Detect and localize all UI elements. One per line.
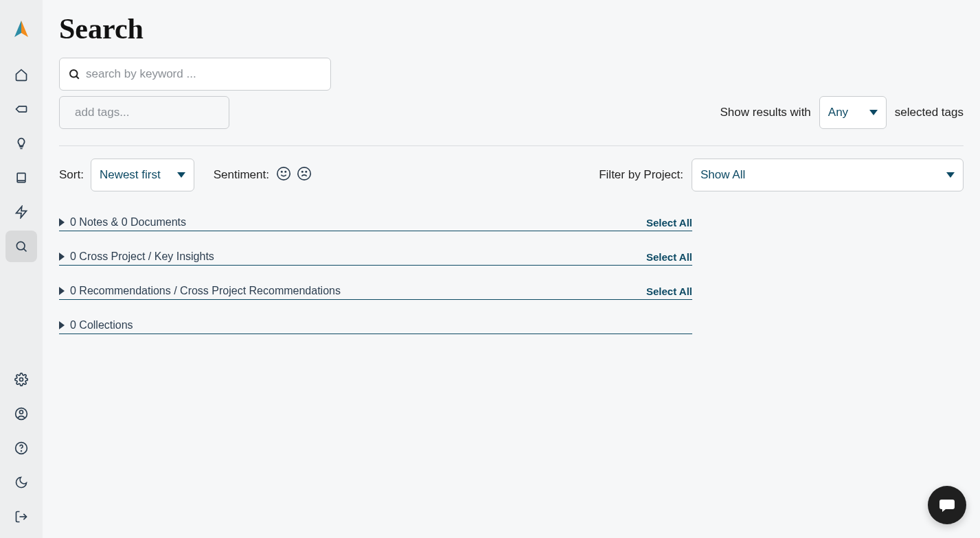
svg-point-13 [70, 70, 78, 78]
user-icon [14, 407, 28, 421]
nav-theme[interactable] [5, 467, 37, 498]
svg-point-18 [281, 171, 282, 172]
nav-insight[interactable] [5, 128, 37, 159]
svg-point-20 [298, 167, 310, 179]
select-all-button[interactable]: Select All [646, 285, 692, 297]
chat-launcher-button[interactable] [928, 486, 966, 524]
section-notes-documents[interactable]: 0 Notes & 0 Documents Select All [59, 216, 692, 231]
results-mode-value: Any [828, 106, 848, 119]
gear-icon [14, 373, 28, 386]
search-keyword-box[interactable] [59, 58, 331, 91]
svg-marker-27 [59, 321, 65, 329]
section-title: 0 Recommendations / Cross Project Recomm… [70, 285, 341, 297]
project-filter-select[interactable]: Show All [692, 159, 964, 191]
sentiment-group: Sentiment: [214, 166, 312, 185]
svg-line-14 [76, 76, 79, 79]
sort-group: Sort: Newest first [59, 159, 194, 191]
tags-box[interactable] [59, 96, 229, 129]
search-keyword-input[interactable] [86, 67, 322, 81]
chevron-down-icon [946, 172, 955, 178]
project-filter-label: Filter by Project: [599, 168, 683, 182]
sort-label: Sort: [59, 168, 84, 182]
page-title: Search [59, 12, 964, 45]
chevron-right-icon [59, 287, 65, 295]
chevron-right-icon [59, 321, 65, 329]
svg-point-21 [301, 171, 302, 172]
main-content: Search Show results with Any selected [43, 0, 980, 538]
results-filter-prefix: Show results with [720, 106, 811, 119]
nav-help[interactable] [5, 432, 37, 464]
chevron-down-icon [869, 110, 878, 115]
chevron-down-icon [177, 172, 185, 178]
sort-select[interactable]: Newest first [91, 159, 194, 191]
svg-marker-24 [59, 218, 65, 226]
divider [59, 145, 964, 146]
nav-home[interactable] [5, 59, 37, 91]
svg-line-6 [23, 248, 26, 251]
book-icon [14, 171, 28, 185]
logout-icon [14, 510, 28, 524]
nav-search[interactable] [5, 231, 37, 262]
tag-icon [14, 102, 28, 116]
home-icon [14, 68, 28, 82]
svg-point-17 [277, 167, 290, 179]
sort-value: Newest first [100, 168, 161, 182]
search-icon [68, 68, 80, 80]
chevron-right-icon [59, 218, 65, 226]
bolt-icon [14, 205, 28, 219]
svg-marker-15 [869, 110, 878, 115]
help-icon [14, 441, 28, 455]
sentiment-label: Sentiment: [214, 168, 269, 182]
svg-marker-4 [16, 207, 27, 218]
results-filter-suffix: selected tags [895, 106, 964, 119]
svg-marker-1 [14, 21, 21, 37]
section-title: 0 Collections [70, 319, 133, 331]
svg-point-9 [20, 410, 23, 414]
section-title: 0 Cross Project / Key Insights [70, 250, 214, 263]
sidebar [0, 0, 43, 538]
chevron-right-icon [59, 253, 65, 261]
project-filter-group: Filter by Project: Show All [599, 159, 964, 191]
search-icon [14, 239, 28, 253]
result-sections: 0 Notes & 0 Documents Select All 0 Cross… [59, 216, 692, 334]
nav-settings[interactable] [5, 364, 37, 395]
svg-marker-25 [59, 253, 65, 261]
svg-point-5 [16, 242, 25, 250]
nav-logout[interactable] [5, 501, 37, 533]
svg-marker-16 [177, 172, 185, 178]
section-recommendations[interactable]: 0 Recommendations / Cross Project Recomm… [59, 285, 692, 300]
sentiment-negative-button[interactable] [297, 166, 312, 185]
select-all-button[interactable]: Select All [646, 251, 692, 263]
chat-icon [937, 495, 957, 515]
lightbulb-icon [14, 137, 28, 150]
smile-icon [276, 166, 291, 181]
svg-marker-26 [59, 287, 65, 295]
frown-icon [297, 166, 312, 181]
section-title: 0 Notes & 0 Documents [70, 216, 186, 229]
svg-marker-0 [21, 21, 28, 37]
nav-book[interactable] [5, 162, 37, 194]
select-all-button[interactable]: Select All [646, 217, 692, 229]
tags-input[interactable] [75, 106, 220, 119]
section-cross-project-insights[interactable]: 0 Cross Project / Key Insights Select Al… [59, 250, 692, 266]
moon-icon [14, 476, 28, 489]
nav-bolt[interactable] [5, 196, 37, 228]
sentiment-positive-button[interactable] [276, 166, 291, 185]
results-mode-select[interactable]: Any [819, 96, 887, 129]
app-logo [12, 19, 31, 41]
nav-tag[interactable] [5, 93, 37, 125]
svg-marker-23 [946, 172, 955, 178]
svg-point-11 [21, 451, 22, 452]
svg-point-7 [20, 378, 23, 382]
nav-profile[interactable] [5, 398, 37, 430]
project-filter-value: Show All [700, 168, 745, 182]
results-filter-group: Show results with Any selected tags [720, 96, 964, 129]
svg-point-22 [306, 171, 306, 172]
section-collections[interactable]: 0 Collections [59, 319, 692, 334]
svg-point-19 [285, 171, 286, 172]
